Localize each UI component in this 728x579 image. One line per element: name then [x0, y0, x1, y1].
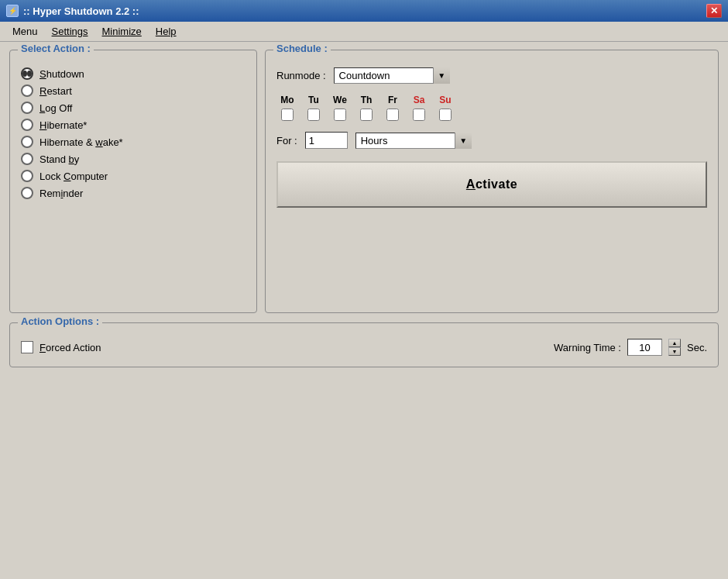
action-panel: Select Action : ShutdownRestartLog OffHi… — [9, 50, 257, 313]
day-checkbox-wrap-tu — [303, 109, 325, 121]
day-checkbox-th[interactable] — [360, 109, 373, 121]
day-checkbox-wrap-fr — [382, 109, 403, 121]
radio-item-hibwake[interactable]: Hibernate & wake* — [21, 136, 246, 148]
day-checkbox-tu[interactable] — [307, 109, 320, 121]
titlebar-title: ⚡ :: Hyper Shutdown 2.2 :: — [6, 5, 139, 17]
day-checkbox-we[interactable] — [334, 109, 346, 121]
warning-row: Warning Time : ▲ ▼ Sec. — [554, 339, 707, 356]
radio-circle-restart — [21, 84, 33, 97]
day-checkbox-wrap-we — [329, 109, 351, 121]
options-panel-title: Action Options : — [18, 315, 102, 327]
radio-circle-logoff — [21, 102, 33, 114]
runmode-select[interactable]: CountdownScheduledRepeating — [334, 67, 450, 84]
day-checkbox-sa[interactable] — [413, 109, 425, 121]
action-panel-title: Select Action : — [18, 43, 94, 54]
day-checkbox-su[interactable] — [439, 109, 452, 121]
radio-circle-shutdown — [21, 67, 33, 80]
app-icon: ⚡ — [6, 5, 19, 17]
titlebar: ⚡ :: Hyper Shutdown 2.2 :: ✕ — [0, 0, 728, 22]
options-panel: Action Options : Forced Action Warning T… — [9, 322, 719, 367]
day-label-we: We — [329, 95, 351, 105]
radio-item-lockcomp[interactable]: Lock Computer — [21, 170, 246, 182]
radio-item-restart[interactable]: Restart — [21, 84, 246, 97]
day-checkbox-wrap-sa — [408, 109, 430, 121]
schedule-panel: Schedule : Runmode : CountdownScheduledR… — [265, 50, 719, 313]
radio-label-hibwake: Hibernate & wake* — [39, 136, 123, 148]
runmode-label: Runmode : — [276, 70, 326, 81]
app-title: :: Hyper Shutdown 2.2 :: — [23, 5, 139, 17]
day-checkbox-wrap-th — [355, 109, 377, 121]
forced-action-item[interactable]: Forced Action — [21, 341, 101, 353]
radio-circle-reminder — [21, 187, 33, 199]
activate-button[interactable]: Activate — [276, 161, 707, 208]
day-label-mo: Mo — [276, 95, 298, 105]
day-label-fr: Fr — [382, 95, 403, 105]
days-section: MoTuWeThFrSaSu — [276, 95, 707, 121]
day-checkbox-fr[interactable] — [386, 109, 399, 121]
radio-label-standby: Stand by — [39, 153, 79, 165]
radio-circle-standby — [21, 153, 33, 165]
radio-item-logoff[interactable]: Log Off — [21, 102, 246, 114]
menubar-item-menu-settings[interactable]: Settings — [46, 24, 94, 39]
main-content: Select Action : ShutdownRestartLog OffHi… — [0, 42, 728, 375]
forced-action-checkbox[interactable] — [21, 341, 33, 353]
runmode-row: Runmode : CountdownScheduledRepeating ▼ — [276, 67, 707, 84]
radio-circle-hibwake — [21, 136, 33, 148]
menubar: MenuSettingsMinimizeHelp — [0, 22, 728, 42]
radio-label-hibernate: Hibernate* — [39, 119, 87, 131]
day-label-su: Su — [434, 95, 456, 105]
radio-label-shutdown: Shutdown — [39, 68, 84, 80]
day-label-th: Th — [355, 95, 377, 105]
menubar-item-menu-minimize[interactable]: Minimize — [96, 24, 148, 39]
radio-item-shutdown[interactable]: Shutdown — [21, 67, 246, 80]
menubar-item-menu-help[interactable]: Help — [149, 24, 183, 39]
radio-item-standby[interactable]: Stand by — [21, 153, 246, 165]
unit-select[interactable]: HoursMinutesSeconds — [355, 133, 472, 149]
warning-time-input[interactable] — [627, 339, 662, 356]
options-row: Forced Action Warning Time : ▲ ▼ Sec. — [21, 339, 707, 356]
menubar-item-menu-menu[interactable]: Menu — [6, 24, 44, 39]
radio-label-lockcomp: Lock Computer — [39, 171, 108, 182]
radio-circle-hibernate — [21, 119, 33, 131]
for-input[interactable] — [305, 132, 348, 149]
day-label-sa: Sa — [408, 95, 430, 105]
sec-label: Sec. — [687, 342, 707, 353]
day-checkbox-mo[interactable] — [281, 109, 294, 121]
unit-dropdown-wrap: HoursMinutesSeconds ▼ — [355, 133, 472, 149]
radio-item-hibernate[interactable]: Hibernate* — [21, 119, 246, 131]
day-checkbox-wrap-mo — [276, 109, 298, 121]
day-checkbox-wrap-su — [434, 109, 456, 121]
radio-circle-lockcomp — [21, 170, 33, 182]
radio-group: ShutdownRestartLog OffHibernate*Hibernat… — [21, 67, 246, 199]
close-button[interactable]: ✕ — [706, 4, 722, 18]
activate-wrap: Activate — [276, 161, 707, 208]
for-row: For : HoursMinutesSeconds ▼ — [276, 132, 707, 149]
warning-time-spinner: ▲ ▼ — [668, 339, 681, 356]
runmode-dropdown-wrap: CountdownScheduledRepeating ▼ — [334, 67, 450, 84]
schedule-panel-title: Schedule : — [273, 43, 331, 54]
radio-item-reminder[interactable]: Reminder — [21, 187, 246, 199]
forced-action-label: Forced Action — [39, 342, 101, 353]
day-label-tu: Tu — [303, 95, 325, 105]
warning-time-label: Warning Time : — [554, 342, 621, 353]
top-row: Select Action : ShutdownRestartLog OffHi… — [9, 50, 719, 313]
days-checkboxes — [276, 109, 707, 121]
for-label: For : — [276, 135, 297, 146]
spinner-up[interactable]: ▲ — [668, 339, 681, 347]
spinner-down[interactable]: ▼ — [668, 347, 681, 356]
days-header: MoTuWeThFrSaSu — [276, 95, 707, 105]
radio-label-restart: Restart — [39, 85, 72, 97]
radio-label-logoff: Log Off — [39, 102, 72, 114]
radio-label-reminder: Reminder — [39, 188, 83, 199]
